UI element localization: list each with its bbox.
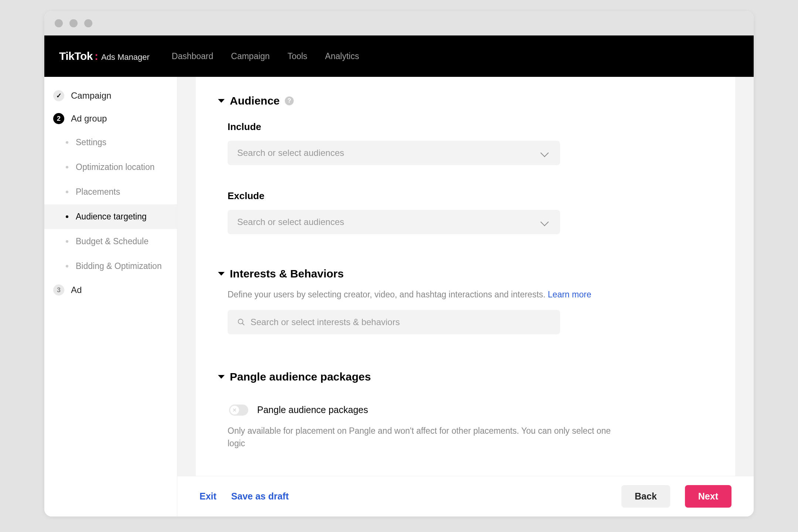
interests-description: Define your users by selecting creator, … <box>218 287 617 310</box>
main-panel: Audience ? Include Search or select audi… <box>177 77 754 516</box>
step-label: Campaign <box>71 91 111 101</box>
check-icon: ✓ <box>53 90 64 101</box>
dot-icon <box>66 191 68 193</box>
sidebar-item-settings[interactable]: Settings <box>44 130 177 155</box>
sidebar-item-budget-schedule[interactable]: Budget & Schedule <box>44 229 177 254</box>
interests-search-input[interactable]: Search or select interests & behaviors <box>228 310 560 334</box>
svg-point-0 <box>238 319 243 324</box>
app-window: TikTok: Ads Manager Dashboard Campaign T… <box>44 11 754 516</box>
section-title: Pangle audience packages <box>230 371 371 383</box>
sidebar-item-label: Audience targeting <box>76 212 147 222</box>
section-title: Audience <box>230 95 280 107</box>
nav-analytics[interactable]: Analytics <box>325 51 359 61</box>
include-label: Include <box>228 121 713 133</box>
exclude-label: Exclude <box>228 190 713 202</box>
top-nav: Dashboard Campaign Tools Analytics <box>172 51 359 61</box>
dot-icon <box>66 166 68 168</box>
sidebar-item-placements[interactable]: Placements <box>44 180 177 204</box>
exclude-audience-select[interactable]: Search or select audiences <box>228 210 560 234</box>
save-draft-link[interactable]: Save as draft <box>231 491 289 502</box>
dot-icon <box>66 141 68 144</box>
dot-icon <box>66 240 68 243</box>
window-control-dot[interactable] <box>69 19 78 27</box>
dot-icon <box>66 265 68 267</box>
include-field-group: Include Search or select audiences <box>218 114 713 173</box>
placeholder-text: Search or select audiences <box>237 217 344 227</box>
step-number-icon: 3 <box>53 284 64 296</box>
section-header-audience[interactable]: Audience ? <box>218 88 713 114</box>
next-button[interactable]: Next <box>685 485 732 508</box>
step-ad-group[interactable]: 2 Ad group <box>44 107 177 130</box>
toggle-knob-icon: ✕ <box>230 406 239 415</box>
placeholder-text: Search or select audiences <box>237 148 344 158</box>
pangle-note: Only available for placement on Pangle a… <box>218 423 617 459</box>
sidebar-item-optimization-location[interactable]: Optimization location <box>44 155 177 180</box>
learn-more-link[interactable]: Learn more <box>548 290 591 299</box>
sidebar-item-bidding-optimization[interactable]: Bidding & Optimization <box>44 254 177 279</box>
footer-bar: Exit Save as draft Back Next <box>177 476 754 516</box>
caret-down-icon <box>218 375 225 379</box>
exclude-field-group: Exclude Search or select audiences <box>218 183 713 242</box>
window-control-dot[interactable] <box>84 19 92 27</box>
form-scroll-area: Audience ? Include Search or select audi… <box>196 77 735 516</box>
sidebar-item-label: Budget & Schedule <box>76 236 149 246</box>
section-header-interests[interactable]: Interests & Behaviors <box>218 261 713 287</box>
nav-tools[interactable]: Tools <box>287 51 307 61</box>
sidebar-item-label: Settings <box>76 137 106 147</box>
back-button[interactable]: Back <box>621 485 670 508</box>
window-control-dot[interactable] <box>55 19 63 27</box>
titlebar <box>44 11 754 35</box>
sidebar-item-label: Placements <box>76 187 120 197</box>
exit-link[interactable]: Exit <box>200 491 216 502</box>
section-title: Interests & Behaviors <box>230 267 344 280</box>
caret-down-icon <box>218 99 225 103</box>
nav-dashboard[interactable]: Dashboard <box>172 51 214 61</box>
sidebar-item-label: Optimization location <box>76 162 155 172</box>
brand-colon-icon: : <box>95 50 98 62</box>
pangle-toggle-label: Pangle audience packages <box>257 405 368 415</box>
step-label: Ad <box>71 285 82 295</box>
placeholder-text: Search or select interests & behaviors <box>250 317 400 327</box>
brand-logo-text: TikTok <box>59 50 93 62</box>
brand-product-name: Ads Manager <box>101 52 150 62</box>
help-icon[interactable]: ? <box>285 96 294 105</box>
svg-line-1 <box>242 323 245 325</box>
nav-campaign[interactable]: Campaign <box>231 51 270 61</box>
dot-icon <box>66 215 68 218</box>
include-audience-select[interactable]: Search or select audiences <box>228 141 560 165</box>
caret-down-icon <box>218 272 225 276</box>
sidebar: ✓ Campaign 2 Ad group Settings Optimizat… <box>44 77 177 516</box>
step-ad[interactable]: 3 Ad <box>44 279 177 301</box>
step-number-icon: 2 <box>53 113 64 124</box>
chevron-down-icon <box>540 218 549 226</box>
pangle-toggle-row: ✕ Pangle audience packages <box>218 400 713 423</box>
search-icon <box>237 318 245 326</box>
pangle-toggle[interactable]: ✕ <box>229 405 248 416</box>
brand: TikTok: Ads Manager <box>59 50 150 62</box>
topbar: TikTok: Ads Manager Dashboard Campaign T… <box>44 35 754 77</box>
step-campaign[interactable]: ✓ Campaign <box>44 84 177 107</box>
sidebar-item-audience-targeting[interactable]: Audience targeting <box>44 204 177 229</box>
step-label: Ad group <box>71 113 107 124</box>
content-layout: ✓ Campaign 2 Ad group Settings Optimizat… <box>44 77 754 516</box>
description-text: Define your users by selecting creator, … <box>228 290 548 299</box>
section-header-pangle[interactable]: Pangle audience packages <box>218 364 713 390</box>
chevron-down-icon <box>540 149 549 157</box>
sidebar-item-label: Bidding & Optimization <box>76 261 162 271</box>
